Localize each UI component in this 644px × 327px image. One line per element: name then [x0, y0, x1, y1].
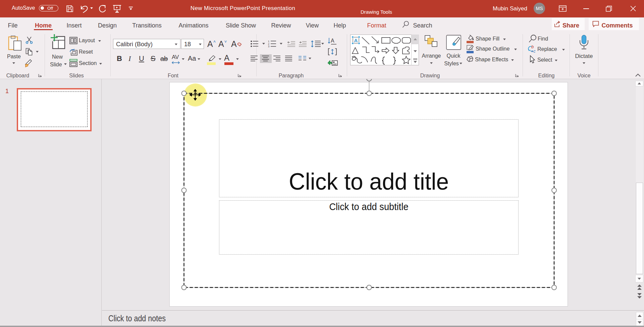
svg-text:A: A [331, 38, 334, 44]
svg-text:c: c [533, 49, 536, 53]
svg-text:3: 3 [268, 45, 269, 47]
svg-text:A: A [354, 38, 358, 43]
